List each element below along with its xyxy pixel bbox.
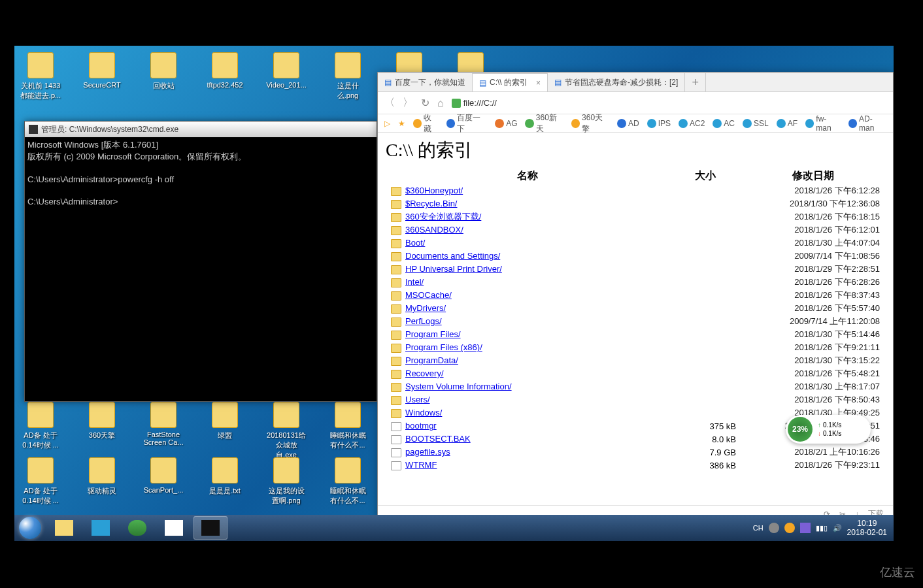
desktop-icon[interactable]: FastStone Screen Ca... [143, 402, 184, 460]
file-link[interactable]: HP Universal Print Driver/ [405, 264, 502, 274]
desktop-icon[interactable]: 这是什么.png [327, 52, 369, 101]
bookmark-item[interactable]: fw-man [805, 114, 841, 133]
bookmark-item[interactable]: AD [617, 119, 639, 128]
desktop-icon[interactable]: Video_201... [265, 52, 307, 101]
icon-label: AD备 处于 0.14时候 ... [20, 486, 61, 506]
file-link[interactable]: BOOTSECT.BAK [405, 434, 471, 444]
file-link[interactable]: WTRMF [405, 460, 437, 470]
bookmark-item[interactable]: 360新天 [525, 112, 563, 135]
file-link[interactable]: Intel/ [405, 277, 424, 287]
file-link[interactable]: $360Honeypot/ [405, 186, 463, 195]
bookmark-icon [495, 119, 504, 128]
file-link[interactable]: Users/ [405, 395, 430, 404]
file-link[interactable]: PerfLogs/ [405, 316, 442, 326]
star-icon[interactable]: ★ [398, 119, 405, 128]
taskbar-thunder[interactable] [84, 516, 118, 540]
wifi-icon[interactable]: ▮▮▯ [816, 524, 828, 532]
desktop-icon[interactable]: 睡眠和休眠 有什么不... [327, 457, 369, 506]
table-row: Users/2018/1/26 下午8:50:43 [386, 393, 885, 406]
cmd-titlebar[interactable]: 管理员: C:\Windows\system32\cmd.exe [25, 122, 377, 137]
taskbar-cmd[interactable] [193, 516, 227, 540]
perf-pct: 23% [788, 417, 813, 442]
desktop-icon[interactable]: 回收站 [143, 52, 184, 101]
bookmark-item[interactable]: AG [495, 119, 517, 128]
taskbar-ie[interactable] [120, 516, 154, 540]
close-icon[interactable]: × [536, 78, 541, 88]
desktop-icon[interactable]: tftpd32.452 [204, 52, 246, 101]
refresh-button[interactable]: ↻ [421, 97, 429, 109]
bookmarks-root-icon[interactable]: ▷ [384, 119, 390, 128]
desktop-icon[interactable]: 这是我的设 置啊.png [265, 457, 307, 506]
desktop-icon[interactable]: ScanPort_... [143, 457, 184, 506]
ime-indicator[interactable]: CH [753, 524, 764, 532]
folder-icon [391, 383, 401, 392]
bookmark-item[interactable]: IPS [647, 119, 671, 128]
desktop-icon[interactable]: 睡眠和休眠 有什么不... [327, 402, 369, 460]
browser-page: C:\\ 的索引 名称 大小 修改日期 $360Honeypot/2018/1/… [378, 133, 893, 505]
bookmark-item[interactable]: SSL [743, 119, 769, 128]
volume-icon[interactable]: 🔊 [833, 524, 842, 532]
desktop-icon[interactable]: AD备 处于 0.14时候 ... [20, 402, 61, 460]
folder-icon [89, 457, 115, 483]
ie-icon [128, 520, 146, 536]
file-link[interactable]: Recovery/ [405, 368, 444, 378]
bookmark-item[interactable]: AC [713, 119, 735, 128]
desktop-icon[interactable]: 绿盟 [204, 402, 246, 460]
file-icon [391, 422, 401, 431]
file-link[interactable]: System Volume Information/ [405, 382, 512, 391]
bookmark-item[interactable]: 百度一下 [446, 112, 487, 135]
desktop-icon[interactable]: 驱动精灵 [81, 457, 123, 506]
file-link[interactable]: Program Files/ [405, 329, 461, 339]
new-tab-button[interactable]: + [685, 73, 706, 91]
start-button[interactable] [14, 515, 46, 541]
taskbar-explorer[interactable] [47, 516, 81, 540]
file-link[interactable]: pagefile.sys [405, 447, 450, 457]
bookmark-item[interactable]: AC2 [679, 119, 705, 128]
down-arrow-icon: ↓ [818, 429, 821, 438]
desktop-icon[interactable]: 是是是.txt [204, 457, 246, 506]
taskbar-paint[interactable] [157, 516, 191, 540]
perf-widget[interactable]: 23% ↑0.1K/s ↓0.1K/s [786, 415, 871, 444]
page-title: C:\\ 的索引 [386, 138, 885, 163]
bookmark-item[interactable]: AF [777, 119, 797, 128]
cmd-window[interactable]: 管理员: C:\Windows\system32\cmd.exe Microso… [24, 121, 377, 402]
table-row: MyDrivers/2018/1/26 下午5:57:40 [386, 302, 885, 315]
desktop-icon[interactable]: 360天擎 [81, 402, 123, 460]
bookmark-item[interactable]: AD-man [848, 114, 886, 133]
bookmark-item[interactable]: 收藏 [413, 112, 439, 135]
file-size [669, 354, 741, 367]
file-link[interactable]: ProgramData/ [405, 355, 458, 365]
file-link[interactable]: $Recycle.Bin/ [405, 199, 457, 208]
tray-icon-2[interactable] [784, 523, 795, 533]
tray-icon-1[interactable] [769, 523, 779, 533]
desktop-icon[interactable]: 关机前 1433 都能进去.p... [20, 52, 61, 101]
file-link[interactable]: MSOCache/ [405, 290, 452, 300]
desktop-icon[interactable]: AD备 处于 0.14时候 ... [20, 457, 61, 506]
browser-tab[interactable]: ▤节省固态硬盘寿命-减少损耗：[2] [548, 73, 685, 91]
file-link[interactable]: 360安全浏览器下载/ [405, 212, 481, 221]
tray-icon-3[interactable] [800, 523, 811, 533]
url-field[interactable]: file:///C:// [452, 98, 886, 108]
file-link[interactable]: bootmgr [405, 421, 437, 431]
file-link[interactable]: 360SANDBOX/ [405, 225, 463, 235]
desktop-icon[interactable]: SecureCRT [81, 52, 123, 101]
cmd-body[interactable]: Microsoft Windows [版本 6.1.7601] 版权所有 (c)… [25, 137, 377, 211]
bookmark-item[interactable]: 360天擎 [571, 112, 609, 135]
file-size [669, 380, 741, 393]
browser-tab[interactable]: ▤C:\\ 的索引× [473, 73, 548, 91]
icon-label: ScanPort_... [143, 486, 184, 494]
watermark: 亿速云 [880, 564, 915, 580]
browser-tab[interactable]: ▤百度一下，你就知道 [378, 73, 473, 91]
file-link[interactable]: MyDrivers/ [405, 303, 446, 313]
back-button[interactable]: 〈 [384, 96, 395, 110]
file-link[interactable]: Windows/ [405, 408, 442, 417]
file-link[interactable]: Program Files (x86)/ [405, 342, 482, 352]
desktop-icon[interactable]: 20180131给 众城放自.exe [265, 402, 307, 460]
file-date: 2018/1/26 下午8:37:43 [741, 289, 885, 302]
file-link[interactable]: Boot/ [405, 238, 425, 248]
file-link[interactable]: Documents and Settings/ [405, 251, 500, 261]
home-button[interactable]: ⌂ [437, 97, 444, 109]
forward-button[interactable]: 〉 [403, 96, 413, 110]
browser-window[interactable]: ▤百度一下，你就知道▤C:\\ 的索引×▤节省固态硬盘寿命-减少损耗：[2]+ … [377, 72, 894, 523]
clock[interactable]: 10:19 2018-02-01 [847, 519, 887, 538]
